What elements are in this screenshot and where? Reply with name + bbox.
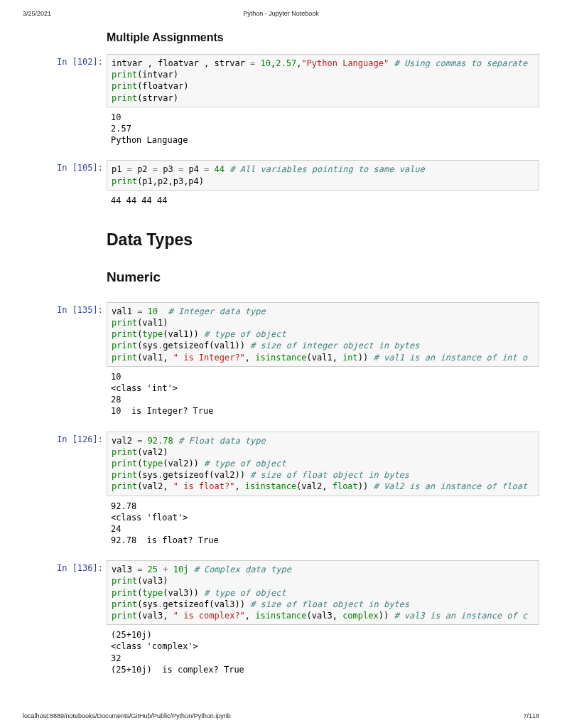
code-output: 10 2.57 Python Language [107, 107, 539, 146]
code-token: isinstance [255, 353, 306, 363]
code-input[interactable]: val1 = 10 # Integer data type print(val1… [107, 302, 539, 367]
code-token: # type of object [204, 588, 286, 598]
code-token: (floatvar) [137, 81, 188, 91]
code-cell-105: In [105]: p1 = p2 = p3 = p4 = 44 # All v… [39, 160, 539, 206]
code-token: (val1, [137, 353, 173, 363]
code-token: val2 [112, 436, 137, 446]
code-token: (sys [137, 470, 158, 480]
code-token: (val2, [137, 481, 173, 491]
code-input[interactable]: val3 = 25 + 10j # Complex data type prin… [107, 560, 539, 625]
code-token: (val3, [137, 611, 173, 621]
code-token [142, 306, 147, 316]
code-token: print [112, 447, 137, 457]
code-token [173, 436, 178, 446]
code-token: 10j [173, 564, 189, 574]
code-token: 92.78 [148, 436, 173, 446]
code-output: (25+10j) <class 'complex'> 32 (25+10j) i… [107, 625, 539, 675]
code-token: getsizeof(val3)) [163, 599, 250, 609]
code-token: , [245, 353, 255, 363]
code-token: # type of object [204, 459, 286, 469]
code-token: (sys [137, 599, 158, 609]
footer-path: localhost:8889/notebooks/Documents/GitHu… [23, 712, 231, 719]
code-token: p2 [132, 164, 153, 174]
code-token: getsizeof(val2)) [163, 470, 250, 480]
page: 3/25/2021 Python - Jupyter Notebook Mult… [0, 0, 562, 728]
code-token: # Float data type [178, 436, 266, 446]
code-token: " is float?" [173, 481, 235, 491]
code-token: print [112, 329, 137, 339]
code-cell-136: In [136]: val3 = 25 + 10j # Complex data… [39, 560, 539, 675]
page-footer: localhost:8889/notebooks/Documents/GitHu… [23, 712, 539, 719]
code-token: (val1) [137, 318, 168, 328]
footer-page-num: 7/118 [523, 712, 539, 719]
code-token: + [163, 564, 168, 574]
notebook-content: Multiple Assignments In [102]: intvar , … [23, 31, 539, 675]
code-token: print [112, 611, 137, 621]
code-token: (val3) [137, 576, 168, 586]
code-token: int [342, 353, 358, 363]
code-token: )) [358, 353, 374, 363]
code-token: 44 [215, 164, 225, 174]
code-token: # All variables pointing to same value [229, 164, 425, 174]
code-input[interactable]: p1 = p2 = p3 = p4 = 44 # All variables p… [107, 160, 539, 190]
code-token: isinstance [245, 481, 296, 491]
code-token [168, 564, 173, 574]
code-token: 10 [148, 306, 158, 316]
code-token [255, 58, 260, 68]
code-token: )) [358, 481, 374, 491]
code-input[interactable]: intvar , floatvar , strvar = 10,2.57,"Py… [107, 54, 539, 107]
heading-multiple-assignments: Multiple Assignments [107, 31, 539, 44]
code-token: # Complex data type [194, 564, 291, 574]
code-cell-102: In [102]: intvar , floatvar , strvar = 1… [39, 54, 539, 146]
code-token: print [112, 70, 137, 80]
code-token: " is Integer?" [173, 353, 245, 363]
code-token: print [112, 93, 137, 103]
code-token: print [112, 318, 137, 328]
code-token [188, 564, 193, 574]
heading-numeric: Numeric [107, 269, 539, 285]
code-token: , [234, 481, 244, 491]
code-token: # Val2 is an instance of float [374, 481, 528, 491]
code-cell-135: In [135]: val1 = 10 # Integer data type … [39, 302, 539, 417]
code-token: print [112, 470, 137, 480]
code-input[interactable]: val2 = 92.78 # Float data type print(val… [107, 432, 539, 496]
code-cell-126: In [126]: val2 = 92.78 # Float data type… [39, 432, 539, 547]
code-token: # type of object [204, 329, 286, 339]
input-prompt: In [135]: [39, 305, 103, 315]
code-output: 44 44 44 44 [107, 191, 539, 206]
code-token: (intvar) [137, 70, 178, 80]
input-prompt: In [126]: [39, 434, 103, 444]
code-token: (sys [137, 341, 158, 350]
code-token: # size of integer object in bytes [250, 341, 419, 350]
code-token: print [112, 576, 137, 586]
code-token [142, 436, 147, 446]
code-token: (val2)) [163, 459, 204, 469]
code-token: # Using commas to separate [394, 58, 527, 68]
code-token [142, 564, 147, 574]
heading-data-types: Data Types [107, 230, 539, 250]
code-output: 10 <class 'int'> 28 10 is Integer? True [107, 367, 539, 417]
header-date: 3/25/2021 [23, 10, 136, 17]
code-token: p3 [158, 164, 178, 174]
code-token: (val3)) [163, 588, 204, 598]
code-token: print [112, 599, 137, 609]
code-token: print [112, 176, 137, 186]
code-token: # val1 is an instance of int o [374, 353, 528, 363]
input-prompt: In [136]: [39, 563, 103, 573]
code-token: p1 [112, 164, 127, 174]
code-token: # val3 is an instance of c [394, 611, 527, 621]
code-token: = [153, 164, 158, 174]
code-token [158, 306, 168, 316]
code-token: print [112, 353, 137, 363]
code-token: print [112, 481, 137, 491]
code-token: print [112, 588, 137, 598]
header-title: Python - Jupyter Notebook [136, 10, 426, 17]
code-token: type [142, 459, 163, 469]
page-header: 3/25/2021 Python - Jupyter Notebook [23, 10, 539, 26]
code-token: " is complex?" [173, 611, 245, 621]
input-prompt: In [102]: [39, 57, 103, 67]
code-token: isinstance [255, 611, 306, 621]
code-token: type [142, 588, 163, 598]
code-token: # size of float object in bytes [250, 599, 409, 609]
code-output: 92.78 <class 'float'> 24 92.78 is float?… [107, 496, 539, 547]
